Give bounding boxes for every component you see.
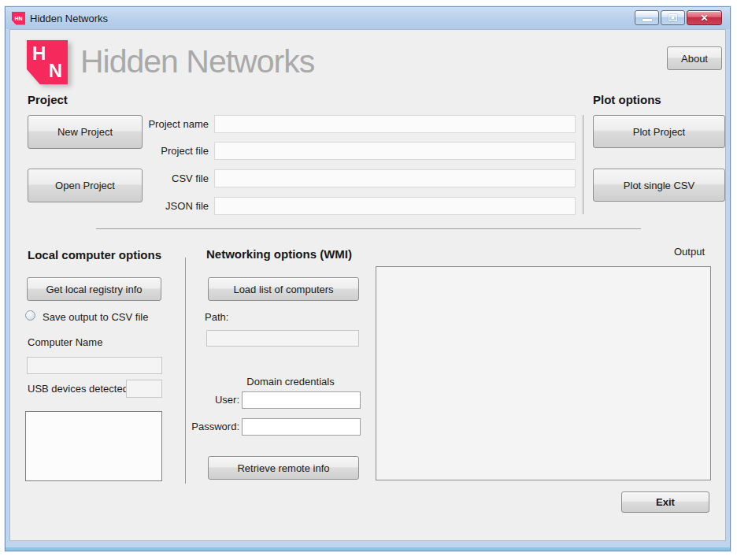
path-label: Path: bbox=[205, 311, 228, 323]
plot-project-button[interactable]: Plot Project bbox=[593, 115, 725, 148]
retrieve-remote-info-button[interactable]: Retrieve remote info bbox=[208, 456, 359, 480]
computer-name-field[interactable] bbox=[27, 357, 162, 374]
exit-button[interactable]: Exit bbox=[621, 491, 709, 513]
computer-name-label: Computer Name bbox=[28, 336, 102, 348]
path-field[interactable] bbox=[206, 330, 359, 347]
project-name-field[interactable] bbox=[214, 115, 576, 133]
plot-section-title: Plot options bbox=[593, 93, 661, 106]
output-area[interactable] bbox=[376, 266, 711, 480]
local-section-title: Local computer options bbox=[28, 248, 161, 261]
json-file-label: JSON file bbox=[130, 197, 209, 215]
close-icon: ✕ bbox=[700, 13, 708, 23]
app-logo-letter-h: H bbox=[32, 43, 46, 65]
project-file-label: Project file bbox=[130, 142, 209, 160]
save-csv-radio-label: Save output to CSV file bbox=[43, 311, 148, 323]
app-logo-letter-n: N bbox=[49, 60, 62, 82]
open-project-button[interactable]: Open Project bbox=[28, 169, 143, 202]
titlebar[interactable]: HN Hidden Networks ✕ bbox=[6, 7, 730, 29]
project-name-label: Project name bbox=[130, 115, 209, 133]
window-title: Hidden Networks bbox=[30, 13, 108, 24]
minimize-button[interactable] bbox=[635, 10, 659, 25]
close-button[interactable]: ✕ bbox=[687, 10, 722, 25]
get-local-registry-button[interactable]: Get local registry info bbox=[27, 277, 161, 301]
csv-file-field[interactable] bbox=[214, 169, 576, 187]
local-network-divider bbox=[185, 258, 186, 484]
usb-devices-label: USB devices detected: bbox=[28, 383, 131, 395]
password-field[interactable] bbox=[242, 418, 361, 436]
app-title: Hidden Networks bbox=[80, 43, 314, 80]
caption-buttons: ✕ bbox=[635, 10, 722, 25]
minimize-icon bbox=[643, 19, 652, 21]
about-button[interactable]: About bbox=[667, 46, 722, 70]
app-window: HN Hidden Networks ✕ H N Hidden Networks… bbox=[5, 6, 731, 551]
app-icon: HN bbox=[12, 12, 25, 25]
app-icon-logo: HN bbox=[12, 12, 25, 25]
output-label: Output bbox=[626, 246, 705, 258]
password-label: Password: bbox=[184, 418, 239, 436]
domain-credentials-label: Domain credentials bbox=[235, 376, 346, 388]
horizontal-divider bbox=[96, 228, 641, 229]
maximize-icon bbox=[668, 14, 677, 21]
save-csv-radio[interactable] bbox=[25, 310, 35, 321]
client-area: H N Hidden Networks About Project New Pr… bbox=[9, 29, 726, 541]
network-section-title: Networking options (WMI) bbox=[206, 247, 352, 261]
usb-devices-count-field[interactable] bbox=[126, 380, 162, 398]
json-file-field[interactable] bbox=[214, 197, 576, 215]
project-file-field[interactable] bbox=[214, 142, 576, 160]
maximize-button[interactable] bbox=[661, 10, 685, 25]
new-project-button[interactable]: New Project bbox=[28, 115, 143, 149]
app-logo: H N bbox=[27, 40, 68, 84]
project-plot-divider bbox=[583, 115, 583, 214]
load-computers-button[interactable]: Load list of computers bbox=[208, 277, 359, 301]
user-field[interactable] bbox=[242, 391, 361, 409]
usb-devices-list[interactable] bbox=[25, 411, 162, 481]
plot-single-csv-button[interactable]: Plot single CSV bbox=[593, 169, 725, 202]
project-section-title: Project bbox=[28, 93, 68, 106]
user-label: User: bbox=[192, 391, 239, 409]
csv-file-label: CSV file bbox=[130, 169, 209, 187]
